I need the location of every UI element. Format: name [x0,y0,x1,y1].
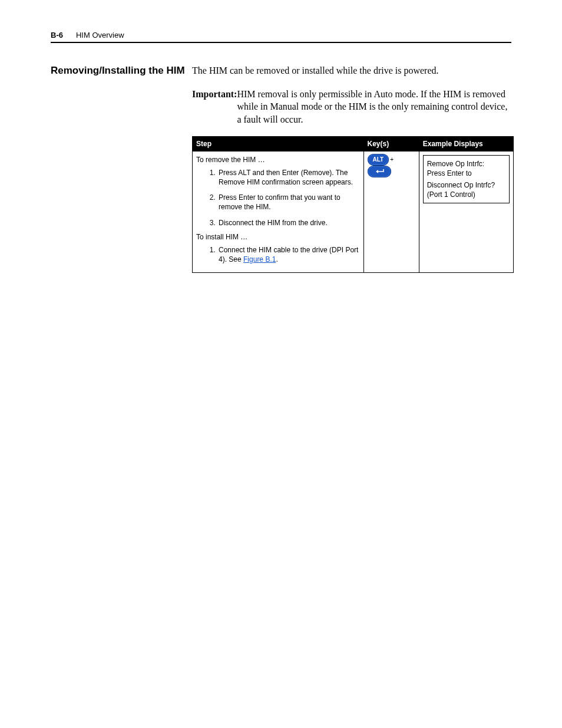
col-header-keys: Key(s) [363,137,419,151]
important-label: Important: [192,88,237,126]
example-display-box: Remove Op Intrfc: Press Enter to Disconn… [423,155,510,204]
list-item: Disconnect the HIM from the drive. [217,218,360,228]
install-step-suffix: . [276,255,277,263]
col-header-step: Step [193,137,364,151]
install-step-prefix: Connect the HIM cable to the drive (DPI … [219,246,358,263]
install-step-list: Connect the HIM cable to the drive (DPI … [196,245,360,264]
important-note: Important: HIM removal is only permissib… [192,88,514,126]
list-item: Connect the HIM cable to the drive (DPI … [217,245,360,264]
running-header: B-6 HIM Overview [51,31,511,39]
important-text: HIM removal is only permissible in Auto … [237,88,514,126]
keys-cell: ALT+ [363,151,419,273]
figure-link[interactable]: Figure B.1 [243,255,276,263]
remove-heading: To remove the HIM … [196,155,360,164]
list-item: Press Enter to confirm that you want to … [217,193,360,212]
table-row: To remove the HIM … Press ALT and then E… [193,151,514,273]
display-line: Disconnect Op Intrfc? [427,180,505,190]
table-header-row: Step Key(s) Example Displays [193,137,514,151]
display-cell: Remove Op Intrfc: Press Enter to Disconn… [419,151,513,273]
display-line: Press Enter to [427,169,505,178]
body-column: The HIM can be removed or installed whil… [192,64,514,273]
page-number: B-6 [51,31,63,39]
section-title: HIM Overview [76,31,124,39]
procedure-table: Step Key(s) Example Displays To remove t… [192,136,514,273]
display-line: (Port 1 Control) [427,190,505,199]
display-line: Remove Op Intrfc: [427,159,505,169]
install-heading: To install HIM … [196,232,360,242]
side-heading: Removing/Installing the HIM [51,64,192,273]
list-item: Press ALT and then Enter (Remove). The R… [217,168,360,187]
alt-key-icon: ALT [368,154,389,166]
enter-key-icon [368,166,391,177]
content-columns: Removing/Installing the HIM The HIM can … [51,64,511,273]
step-cell: To remove the HIM … Press ALT and then E… [193,151,364,273]
header-rule [51,42,511,43]
remove-step-list: Press ALT and then Enter (Remove). The R… [196,168,360,228]
col-header-displays: Example Displays [419,137,513,151]
page: B-6 HIM Overview Removing/Installing the… [0,0,562,728]
intro-paragraph: The HIM can be removed or installed whil… [192,64,514,77]
plus-icon: + [390,154,394,165]
